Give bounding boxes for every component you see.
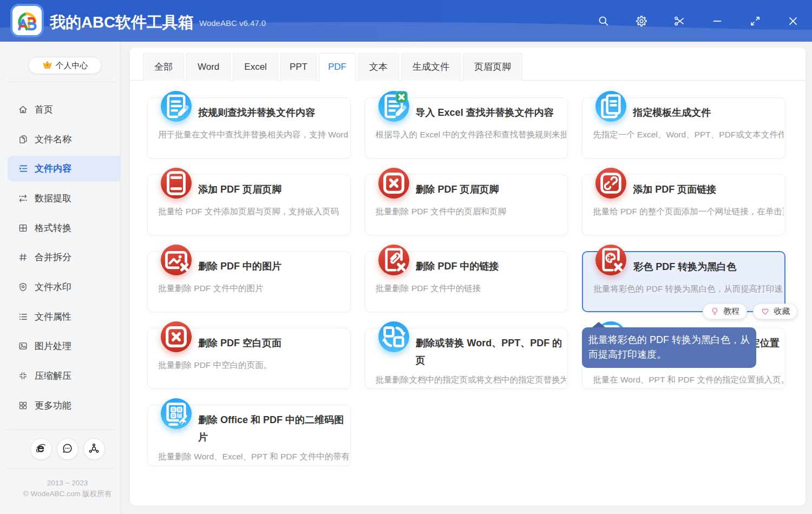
feedback-chat-button[interactable] <box>57 438 78 460</box>
card-title: 彩色 PDF 转换为黑白色 <box>633 258 780 275</box>
card-description: 批量删除文档中的指定页或将文档中的指定页替换为其它页。 <box>376 374 567 386</box>
feature-card[interactable]: 指定模板生成文件先指定一个 Excel、Word、PPT、PDF或文本文件作为模… <box>582 97 785 159</box>
card-title: 删除 Office 和 PDF 中的二维码图片 <box>198 411 346 446</box>
feature-card[interactable]: 删除 PDF 页眉页脚批量删除 PDF 文件中的页眉和页脚 <box>365 174 568 235</box>
sidebar-item-label: 格式转换 <box>35 222 71 234</box>
square-x-icon <box>161 321 192 352</box>
card-title: 删除 PDF 空白页面 <box>198 334 346 352</box>
feature-card[interactable]: 删除 PDF 中的链接批量删除 PDF 文件中的链接 <box>365 251 568 312</box>
sidebar-item-file-content[interactable]: 文件内容 <box>0 154 121 183</box>
card-description: 批量删除 Word、Excel、PPT 和 PDF 文件中的带有二维码的图片。 <box>158 451 349 463</box>
card-title: 导入 Excel 查找并替换文件内容 <box>416 104 564 121</box>
personal-center-button[interactable]: 个人中心 <box>28 57 102 74</box>
sidebar-item-watermark[interactable]: 文件水印 <box>0 272 121 302</box>
feature-card[interactable]: 添加 PDF 页眉页脚批量给 PDF 文件添加页眉与页脚，支持嵌入页码 <box>147 174 351 235</box>
tab-文本[interactable]: 文本 <box>358 53 399 81</box>
crown-icon <box>42 60 53 71</box>
sidebar-divider <box>6 468 115 469</box>
card-title: 删除 PDF 页眉页脚 <box>416 181 564 198</box>
tab-PPT[interactable]: PPT <box>280 53 317 81</box>
sidebar-item-label: 合并拆分 <box>35 251 71 263</box>
feature-cards-grid: 按规则查找并替换文件内容用于批量在文件中查找并替换相关内容，支持 Word、Ex… <box>147 97 785 466</box>
sidebar-item-home[interactable]: 首页 <box>0 95 121 124</box>
sidebar-item-format-convert[interactable]: 格式转换 <box>0 213 121 243</box>
file-content-icon <box>18 163 28 174</box>
app-title: 我的ABC软件工具箱 <box>50 12 194 32</box>
tab-PDF[interactable]: PDF <box>319 53 356 81</box>
sidebar-item-label: 文件属性 <box>35 311 71 323</box>
share-nodes-button[interactable] <box>83 438 105 460</box>
tab-生成文件[interactable]: 生成文件 <box>401 53 461 81</box>
feature-card[interactable]: 按规则查找并替换文件内容用于批量在文件中查找并替换相关内容，支持 Word、Ex… <box>147 97 351 159</box>
close-button[interactable] <box>774 0 812 42</box>
copyright-years: 2013 ~ 2023 <box>7 478 128 489</box>
sidebar-item-label: 文件内容 <box>35 162 71 175</box>
tab-Excel[interactable]: Excel <box>233 53 278 81</box>
share-nodes-icon <box>88 442 100 456</box>
feature-card[interactable]: 彩色 PDF 转换为黑白色批量将彩色的 PDF 转换为黑白色，从而提高打印速度。… <box>582 251 785 312</box>
card-title: 删除 PDF 中的链接 <box>416 258 564 275</box>
format-convert-icon <box>18 223 28 233</box>
sidebar-item-compress[interactable]: 压缩解压 <box>0 361 121 391</box>
settings-button[interactable] <box>623 0 660 42</box>
search-button[interactable] <box>585 0 623 42</box>
compress-icon <box>18 371 28 381</box>
card-title: 按规则查找并替换文件内容 <box>198 104 346 121</box>
favorite-button[interactable]: 收藏 <box>753 304 797 319</box>
sidebar-item-merge-split[interactable]: 合并拆分 <box>0 242 121 272</box>
file-name-icon <box>18 134 28 144</box>
sidebar-item-data-extract[interactable]: 数据提取 <box>0 183 121 213</box>
minimize-button[interactable] <box>698 0 736 42</box>
card-description: 先指定一个 Excel、Word、PPT、PDF或文本文件作为模板，再批量生成文… <box>593 129 784 141</box>
feature-card[interactable]: 导入 Excel 查找并替换文件内容根据导入的 Excel 中的文件路径和查找替… <box>365 97 568 159</box>
tab-Word[interactable]: Word <box>186 53 231 81</box>
sidebar-quick-buttons <box>7 438 128 460</box>
watermark-icon <box>18 282 28 292</box>
personal-center-label: 个人中心 <box>56 61 88 71</box>
sidebar-item-more-functions[interactable]: 更多功能 <box>0 391 121 420</box>
sidebar-item-file-props[interactable]: 文件属性 <box>0 302 121 332</box>
card-title: 删除或替换 Word、PPT、PDF 的页 <box>416 334 564 369</box>
app-logo <box>10 4 44 37</box>
copyright-owner: © WodeABC.com 版权所有 <box>7 489 128 499</box>
square-x-icon <box>378 168 409 199</box>
swap-pages-icon <box>378 321 409 352</box>
sidebar-item-label: 文件名称 <box>35 133 71 146</box>
tooltip: 批量将彩色的 PDF 转换为黑白色，从而提高打印速度。 <box>582 327 756 368</box>
card-description: 批量删除 PDF 文件中的图片 <box>158 283 349 294</box>
feature-card[interactable]: 删除或替换 Word、PPT、PDF 的页批量删除文档中的指定页或将文档中的指定… <box>365 328 568 389</box>
doc-palette-x-icon <box>595 245 626 275</box>
square-link-icon <box>595 168 626 199</box>
tutorial-button[interactable]: 教程 <box>703 304 747 319</box>
feature-card[interactable]: 删除 PDF 中的图片批量删除 PDF 文件中的图片 <box>147 251 351 312</box>
card-title: 删除 PDF 中的图片 <box>198 258 346 275</box>
app-version: WodeABC v6.47.0 <box>199 18 266 28</box>
card-description: 批量在 Word、PPT 和 PDF 文件的指定位置插入页。 <box>593 374 784 386</box>
doc-edit-icon <box>161 91 192 122</box>
docs-template-icon <box>595 91 626 122</box>
copyright: 2013 ~ 2023 © WodeABC.com 版权所有 <box>7 478 128 499</box>
feature-card[interactable]: 删除 PDF 空白页面批量删除 PDF 中空白的页面。 <box>147 328 351 389</box>
titlebar: 我的ABC软件工具箱 WodeABC v6.47.0 <box>0 0 812 42</box>
feature-card[interactable]: 删除 Office 和 PDF 中的二维码图片批量删除 Word、Excel、P… <box>147 405 351 466</box>
card-description: 批量给 PDF 文件添加页眉与页脚，支持嵌入页码 <box>158 206 349 218</box>
ie-browser-button[interactable] <box>30 438 52 460</box>
tab-页眉页脚[interactable]: 页眉页脚 <box>463 53 522 81</box>
sidebar-nav: 首页文件名称文件内容数据提取格式转换合并拆分文件水印文件属性图片处理压缩解压更多… <box>0 95 121 420</box>
card-description: 批量给 PDF 的整个页面添加一个网址链接，在单击页面时打开。 <box>593 206 784 218</box>
sidebar-item-image-process[interactable]: 图片处理 <box>0 332 121 361</box>
qr-clean-icon <box>161 398 192 429</box>
sidebar-item-label: 压缩解压 <box>35 370 71 382</box>
tab-全部[interactable]: 全部 <box>143 53 184 81</box>
sidebar-item-file-name[interactable]: 文件名称 <box>0 124 121 154</box>
tooltip-arrow <box>592 322 605 327</box>
maximize-button[interactable] <box>736 0 774 42</box>
sidebar: 个人中心 首页文件名称文件内容数据提取格式转换合并拆分文件水印文件属性图片处理压… <box>0 42 121 514</box>
doc-edit-excel-icon <box>378 91 409 122</box>
search-icon <box>598 15 610 27</box>
feedback-chat-icon <box>61 442 74 456</box>
file-props-icon <box>18 312 28 322</box>
screenshot-scissors-button[interactable] <box>660 0 698 42</box>
card-description: 用于批量在文件中查找并替换相关内容，支持 Word、Excel、PPT、PDF … <box>158 129 349 141</box>
feature-card[interactable]: 添加 PDF 页面链接批量给 PDF 的整个页面添加一个网址链接，在单击页面时打… <box>582 174 785 235</box>
